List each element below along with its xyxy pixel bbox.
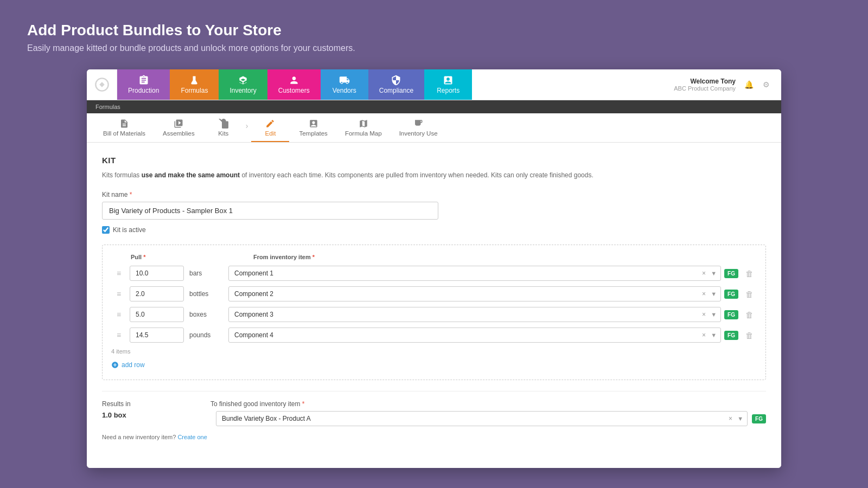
breadcrumb: Formulas <box>95 104 120 110</box>
subnav-assemblies[interactable]: Assemblies <box>155 113 202 142</box>
finished-select-clear[interactable]: × <box>729 415 732 422</box>
subnav-formula-map[interactable]: Formula Map <box>337 113 390 142</box>
nav-right: Welcome Tony ABC Product Company 🔔 ⚙ <box>674 78 781 92</box>
components-area: Pull * From inventory item * ≡ bars Comp… <box>102 245 766 380</box>
nav-logo[interactable] <box>87 69 117 100</box>
kit-name-input[interactable] <box>102 202 438 220</box>
nav-icons: 🔔 ⚙ <box>742 78 773 91</box>
unit-label-3: boxes <box>187 311 220 318</box>
from-select-4: Component 4 × ▼ <box>228 328 721 343</box>
drag-handle-2[interactable]: ≡ <box>111 290 126 298</box>
select-clear-2[interactable]: × <box>702 290 706 298</box>
chart-icon <box>442 75 454 86</box>
assemblies-icon <box>174 119 183 129</box>
delete-row-1[interactable]: 🗑 <box>742 266 757 281</box>
nav-item-inventory[interactable]: Inventory <box>219 69 267 100</box>
add-row-button[interactable]: add row <box>111 359 145 371</box>
edit-icon <box>265 119 275 129</box>
breadcrumb-bar: Formulas <box>87 100 781 113</box>
desc-suffix: of inventory each each time. Kits compon… <box>240 171 593 179</box>
results-left: Results in 1.0 box <box>102 400 189 419</box>
results-value: 1.0 box <box>102 411 189 419</box>
finished-good-label: To finished good inventory item * <box>210 400 766 408</box>
subnav-edit-label: Edit <box>265 130 276 137</box>
select-clear-4[interactable]: × <box>702 331 706 339</box>
subnav-assemblies-label: Assemblies <box>163 130 195 137</box>
from-select-input-2[interactable]: Component 2 <box>228 286 721 301</box>
templates-icon <box>309 119 318 129</box>
create-one-link[interactable]: Create one <box>177 434 207 440</box>
select-clear-3[interactable]: × <box>702 311 706 318</box>
section-title: KIT <box>102 156 766 165</box>
clipboard-icon <box>138 75 150 86</box>
nav-item-compliance[interactable]: Compliance <box>368 69 424 100</box>
from-select-input-4[interactable]: Component 4 <box>228 328 721 343</box>
bell-icon[interactable]: 🔔 <box>742 78 755 91</box>
shield-icon <box>390 75 402 86</box>
select-clear-1[interactable]: × <box>702 269 706 277</box>
subnav-edit[interactable]: Edit <box>251 113 289 142</box>
nav-label-production: Production <box>128 87 159 94</box>
pull-input-3[interactable] <box>130 307 184 322</box>
nav-item-formulas[interactable]: Formulas <box>170 69 219 100</box>
subnav-kits[interactable]: Kits <box>205 113 242 142</box>
delete-row-2[interactable]: 🗑 <box>742 286 757 301</box>
from-select-2: Component 2 × ▼ <box>228 286 721 301</box>
pull-input-4[interactable] <box>130 328 184 343</box>
component-row-1: ≡ bars Component 1 × ▼ FG 🗑 <box>111 266 757 281</box>
from-select-3: Component 3 × ▼ <box>228 307 721 322</box>
page-subtitle: Easily manage kitted or bundle products … <box>27 43 841 53</box>
component-row-3: ≡ boxes Component 3 × ▼ FG 🗑 <box>111 307 757 322</box>
results-right: To finished good inventory item * Bundle… <box>210 400 766 426</box>
subnav-bom-label: Bill of Materials <box>103 130 145 137</box>
from-select-input-1[interactable]: Component 1 <box>228 266 721 281</box>
subnav-inventory-use-label: Inventory Use <box>399 130 438 137</box>
nav-label-compliance: Compliance <box>379 87 413 94</box>
pull-input-1[interactable] <box>130 266 184 281</box>
nav-item-customers[interactable]: Customers <box>267 69 321 100</box>
fg-badge-2[interactable]: FG <box>724 290 738 299</box>
kit-active-checkbox[interactable] <box>102 226 110 234</box>
company-name: ABC Product Company <box>674 85 736 92</box>
nav-item-vendors[interactable]: Vendors <box>321 69 368 100</box>
finished-fg-badge[interactable]: FG <box>752 414 766 423</box>
top-nav: Production Formulas Inventory Customers … <box>87 69 781 100</box>
subnav-inventory-use[interactable]: Inventory Use <box>392 113 445 142</box>
delete-row-3[interactable]: 🗑 <box>742 307 757 322</box>
from-header: From inventory item * <box>245 254 757 260</box>
gear-icon[interactable]: ⚙ <box>760 78 773 91</box>
desc-bold: use and make the same amount <box>142 171 240 179</box>
subnav-formula-map-label: Formula Map <box>345 130 382 137</box>
unit-label-4: pounds <box>187 331 220 339</box>
sub-nav: Bill of Materials Assemblies Kits › Edit… <box>87 113 781 143</box>
nav-item-production[interactable]: Production <box>117 69 170 100</box>
desc-prefix: Kits formulas <box>102 171 142 179</box>
drag-handle-4[interactable]: ≡ <box>111 331 126 339</box>
finished-item-select-container: Bundle Variety Box - Product A × ▼ <box>216 411 748 426</box>
finished-item-select[interactable]: Bundle Variety Box - Product A <box>216 411 748 426</box>
kits-icon <box>219 119 228 129</box>
fg-badge-3[interactable]: FG <box>724 310 738 319</box>
kit-description: Kits formulas use and make the same amou… <box>102 170 766 180</box>
formula-map-icon <box>359 119 368 129</box>
pull-header: Pull * <box>131 254 201 260</box>
fg-badge-1[interactable]: FG <box>724 269 738 278</box>
delete-row-4[interactable]: 🗑 <box>742 328 757 343</box>
pull-input-2[interactable] <box>130 286 184 301</box>
fg-badge-4[interactable]: FG <box>724 331 738 340</box>
subnav-kits-label: Kits <box>218 130 228 137</box>
subnav-bill-of-materials[interactable]: Bill of Materials <box>95 113 153 142</box>
nav-label-formulas: Formulas <box>181 87 208 94</box>
from-select-1: Component 1 × ▼ <box>228 266 721 281</box>
unit-label-2: bottles <box>187 290 220 298</box>
results-section: Results in 1.0 box To finished good inve… <box>102 391 766 426</box>
welcome-text: Welcome Tony <box>674 78 736 85</box>
drag-handle-1[interactable]: ≡ <box>111 269 126 278</box>
unit-label-1: bars <box>187 269 220 277</box>
drag-handle-3[interactable]: ≡ <box>111 310 126 319</box>
main-content: KIT Kits formulas use and make the same … <box>87 143 781 468</box>
subnav-templates[interactable]: Templates <box>291 113 335 142</box>
results-in-label: Results in <box>102 400 189 408</box>
from-select-input-3[interactable]: Component 3 <box>228 307 721 322</box>
nav-item-reports[interactable]: Reports <box>424 69 472 100</box>
